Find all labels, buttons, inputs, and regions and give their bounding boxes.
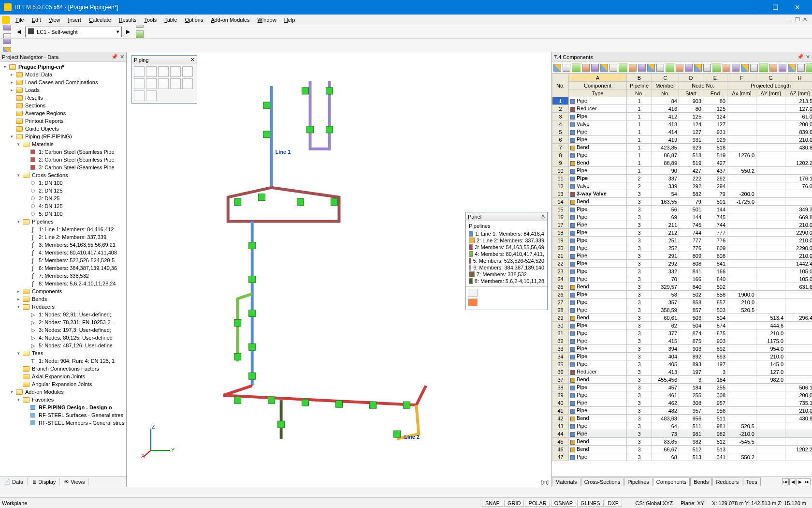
table-row[interactable]: 25 Bend 3 329,57 840 502 631.6 (552, 283, 812, 291)
minimize-button[interactable]: — (743, 0, 765, 15)
comp-tb-btn-22[interactable] (759, 63, 768, 73)
tree-node[interactable]: ∫ 5: Members: 523,526-524,520-5 (0, 256, 126, 264)
comp-tb-btn-1[interactable] (562, 63, 571, 73)
comp-tb-btn-25[interactable] (787, 63, 796, 73)
tree-node[interactable]: ∫ 3: Members: 54,163,55,56,69,21 (0, 241, 126, 249)
piping-tool-9[interactable] (182, 78, 193, 89)
tree-node[interactable]: 1: DN 100 (0, 179, 126, 187)
tree-node[interactable]: ▾ Reducers (0, 303, 126, 311)
components-close-icon[interactable]: ✕ (806, 54, 810, 60)
tb1-btn-7[interactable] (2, 25, 13, 32)
table-row[interactable]: 13 3-way Valve 3 54 582 79 -200.0 (552, 190, 812, 198)
legend-item[interactable]: 7: Members: 338,532 (469, 271, 544, 278)
comp-tb-btn-12[interactable] (665, 63, 675, 73)
comp-tb-btn-27[interactable] (806, 63, 812, 73)
tree-node[interactable]: ▾ Cross-Sections (0, 171, 126, 179)
piping-toolbox-close-icon[interactable]: ✕ (190, 57, 195, 63)
menu-calculate[interactable]: Calculate (85, 16, 115, 24)
table-row[interactable]: 47 Pipe 3 68 513 341 550.2 (552, 453, 812, 461)
table-row[interactable]: 4 Valve 1 418 124 127 200.0 (552, 120, 812, 128)
legend-item[interactable]: 1: Line 1: Members: 84,416,4 (469, 230, 544, 237)
tree-node[interactable]: Axial Expansion Joints (0, 373, 126, 380)
comp-tb-btn-15[interactable] (694, 63, 702, 73)
table-row[interactable]: 38 Pipe 3 457 184 255 506.1 (552, 384, 812, 391)
table-row[interactable]: 40 Pipe 3 462 308 957 735.1 (552, 399, 812, 407)
comp-tb-btn-18[interactable] (722, 63, 731, 73)
maximize-button[interactable]: ☐ (765, 0, 786, 15)
menu-results[interactable]: Results (115, 16, 141, 24)
comp-tb-btn-11[interactable] (656, 63, 665, 73)
tree-node[interactable]: ▾ Favorites (0, 396, 126, 403)
navigator-tree[interactable]: ▾ Prague Piping-en* ▸ Model Data ▸ Load … (0, 62, 126, 476)
table-row[interactable]: 7 Bend 1 423,85 929 518 430.8 (552, 144, 812, 151)
piping-toolbox[interactable]: Piping✕ (131, 55, 197, 104)
navigator-tab-data[interactable]: 📄 Data (0, 478, 28, 486)
tree-node[interactable]: ∫ 1: Line 1: Members: 84,416,412 (0, 225, 126, 233)
tab-nav-first[interactable]: ⏮ (782, 478, 789, 485)
legend-panel[interactable]: Panel✕ Pipelines 1: Line 1: Members: 84,… (465, 212, 548, 310)
status-toggle-dxf[interactable]: DXF (605, 500, 622, 507)
navigator-close-icon[interactable]: ✕ (120, 54, 124, 60)
table-row[interactable]: 20 Pipe 3 252 776 809 2290.0 (552, 244, 812, 252)
table-row[interactable]: 9 Bend 1 88,89 519 427 1202.2 (552, 159, 812, 167)
legend-item[interactable]: 6: Members: 384,387,139,140 (469, 264, 544, 271)
legend-close-icon[interactable]: ✕ (541, 213, 545, 220)
tab-nav-next[interactable]: ▶ (797, 478, 803, 485)
table-row[interactable]: 1 Pipe 1 84 903 80 213.5 (552, 97, 812, 105)
table-row[interactable]: 5 Pipe 1 414 127 931 839.6 (552, 128, 812, 136)
tree-node[interactable]: 4: DN 125 (0, 202, 126, 210)
comp-tb-btn-8[interactable] (628, 63, 637, 73)
table-row[interactable]: 3 Pipe 1 412 125 124 61.0 (552, 113, 812, 120)
tree-node[interactable]: ▾ Piping (RF-PIPING) (0, 133, 126, 140)
comp-tb-btn-4[interactable] (591, 63, 599, 73)
status-toggle-polar[interactable]: POLAR (525, 500, 550, 507)
table-row[interactable]: 19 Pipe 3 251 777 776 210.0 (552, 237, 812, 244)
tree-node[interactable]: ▸ Load Cases and Combinations (0, 78, 126, 86)
table-row[interactable]: 33 Pipe 3 394 903 892 954.0 (552, 345, 812, 353)
table-row[interactable]: 45 Bend 3 83,65 982 512 -545.5 (552, 438, 812, 446)
tree-node[interactable]: ▸ Components (0, 287, 126, 295)
mdi-restore-icon[interactable]: ❐ (795, 16, 800, 23)
tree-node[interactable]: ▷ 3: Nodes: 197,3; User-defined; (0, 326, 126, 334)
status-toggle-glines[interactable]: GLINES (577, 500, 603, 507)
tb1b-btn-17[interactable] (134, 29, 145, 39)
table-row[interactable]: 34 Pipe 3 404 892 893 210.0 (552, 353, 812, 360)
legend-item[interactable]: 4: Members: 80,410,417,411, (469, 251, 544, 257)
table-row[interactable]: 29 Bend 3 60,61 503 504 513.4 296.4 (552, 314, 812, 322)
model-viewport[interactable]: Line 1 Line 2 Piping✕ Panel✕ Pipelines 1… (127, 52, 552, 487)
table-row[interactable]: 28 Pipe 3 358,59 857 503 520.5 (552, 306, 812, 314)
piping-tool-4[interactable] (182, 66, 193, 77)
components-tab-tees[interactable]: Tees (743, 478, 761, 486)
menu-edit[interactable]: Edit (28, 16, 45, 24)
comp-tb-btn-16[interactable] (703, 63, 711, 73)
tree-node[interactable]: Guide Objects (0, 125, 126, 133)
piping-tool-8[interactable] (170, 78, 181, 89)
tree-node[interactable]: ▾ Prague Piping-en* (0, 63, 126, 71)
tree-node[interactable]: ▾ Pipelines (0, 218, 126, 225)
tree-node[interactable]: ▷ 1: Nodes: 92,91; User-defined; (0, 311, 126, 318)
legend-item[interactable]: 3: Members: 54,163,55,56,69 (469, 244, 544, 251)
comp-tb-btn-26[interactable] (797, 63, 805, 73)
table-row[interactable]: 42 Bend 3 483,63 956 511 430.8 (552, 415, 812, 422)
table-row[interactable]: 44 Pipe 3 73 981 982 -210.0 (552, 430, 812, 438)
tree-node[interactable]: Angular Expansion Joints (0, 380, 126, 388)
legend-tool-1[interactable] (468, 289, 478, 297)
menu-help[interactable]: Help (280, 16, 299, 24)
piping-tool-2[interactable] (158, 66, 169, 77)
table-row[interactable]: 23 Pipe 3 332 841 166 105.0 (552, 268, 812, 275)
comp-tb-btn-10[interactable] (647, 63, 655, 73)
tree-node[interactable]: ∫ 6: Members: 384,387,139,140,36 (0, 264, 126, 272)
status-toggle-grid[interactable]: GRID (504, 500, 524, 507)
menu-table[interactable]: Table (160, 16, 181, 24)
mdi-close-icon[interactable]: ✕ (803, 16, 807, 23)
tree-node[interactable]: Branch Connections Factors (0, 365, 126, 373)
components-grid-wrap[interactable]: No. A B C D E F G H Component Pipeline M… (552, 74, 812, 476)
tree-node[interactable]: Sections (0, 102, 126, 109)
tree-node[interactable]: RF-STEEL Members - General stres (0, 419, 126, 427)
tree-node[interactable]: Results (0, 94, 126, 102)
tb2-btn-30[interactable] (2, 45, 13, 53)
components-tab-cross-sections[interactable]: Cross-Sections (581, 478, 624, 486)
tree-node[interactable]: RF-STEEL Surfaces - General stres (0, 411, 126, 419)
components-tab-materials[interactable]: Materials (552, 478, 580, 486)
table-row[interactable]: 10 Pipe 1 90 427 437 550.2 (552, 167, 812, 175)
